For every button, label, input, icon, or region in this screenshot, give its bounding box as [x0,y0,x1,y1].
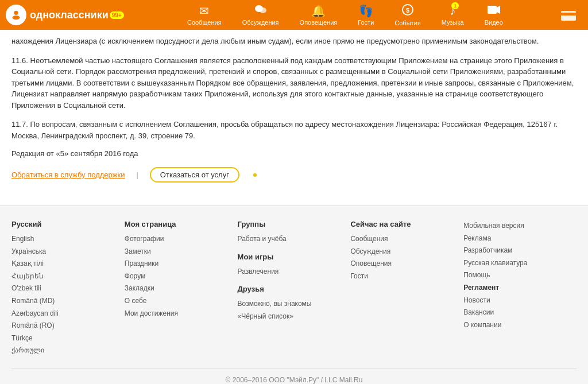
now-guests[interactable]: Гости [350,270,463,283]
discussions-icon [254,5,267,18]
music-label: Музыка [442,19,464,26]
info-keyboard[interactable]: Русская клавиатура [463,257,577,270]
svg-rect-6 [488,6,497,14]
svg-text:$: $ [406,7,409,14]
paragraph-intro: нахождения Лицензиара (с исключением под… [11,36,577,47]
dot-marker [253,173,257,177]
footer-groups-title: Группы [238,220,351,228]
lang-romanian-ro[interactable]: Română (RO) [11,320,125,332]
nav-item-guests[interactable]: 👣 Гости [347,2,384,28]
mypage-about[interactable]: О себе [125,295,238,308]
mypage-photos[interactable]: Фотографии [125,233,238,246]
footer-friends-title: Друзья [238,285,351,293]
top-navigation: одноклассники 99+ ✉ Сообщения Обсуждения… [0,0,588,30]
edition-line: Редакция от «5» сентября 2016 года [11,149,577,158]
guests-icon: 👣 [359,4,373,18]
unsubscribe-button[interactable]: Отказаться от услуг [150,167,239,183]
footer-now-title: Сейчас на сайте [350,220,463,228]
music-badge: 1 [451,2,459,9]
nav-item-discussions[interactable]: Обсуждения [232,2,289,28]
lang-english[interactable]: English [11,233,125,246]
footer-lang-title: Русский [11,220,125,228]
svg-rect-9 [561,13,576,15]
nav-item-music[interactable]: ♪ 1 Музыка [431,2,474,28]
logo-badge: 99+ [110,11,124,19]
footer-copyright: © 2006–2016 ООО "Мэйл.Ру" / LLC Mail.Ru [11,369,577,384]
mypage-forum[interactable]: Форум [125,270,238,283]
footer-col-info: Мобильная версия Реклама Разработчикам Р… [463,220,577,357]
svg-marker-7 [497,6,500,14]
lang-armenian[interactable]: Հայերեն [11,270,125,283]
notifications-icon: 🔔 [311,4,326,18]
bottom-links: Обратиться в службу поддержки | Отказать… [11,167,577,183]
nav-item-notifications[interactable]: 🔔 Оповещения [289,2,348,28]
now-discussions[interactable]: Обсуждения [350,246,463,258]
svg-point-1 [13,15,20,20]
mypage-achievements[interactable]: Мои достижения [125,308,238,320]
paragraph-11-6: 11.6. Неотъемлемой частью настоящего Сог… [11,55,577,111]
info-news[interactable]: Новости [463,294,577,307]
footer: Русский English Українська Қазақ тілі Հա… [0,205,588,384]
lang-kazakh[interactable]: Қазақ тілі [11,258,125,270]
nav-right [555,6,582,24]
video-icon [487,5,501,18]
friends-maybe-know[interactable]: Возможно, вы знакомы [238,298,351,311]
lang-romanian-md[interactable]: Română (MD) [11,295,125,308]
logo-text: одноклассники [30,9,109,21]
lang-uzbek[interactable]: O'zbek tili [11,282,125,295]
nav-item-messages[interactable]: ✉ Сообщения [177,2,232,28]
nav-item-events[interactable]: $ События [384,2,431,29]
logo-area[interactable]: одноклассники 99+ [6,5,124,25]
mypage-bookmarks[interactable]: Закладки [125,282,238,295]
logo-icon [6,5,26,25]
now-notifications[interactable]: Оповещения [350,258,463,270]
now-messages[interactable]: Сообщения [350,233,463,246]
lang-azerbaijani[interactable]: Azərbaycan dili [11,308,125,320]
mypage-notes[interactable]: Заметки [125,246,238,258]
nav-item-video[interactable]: Видео [474,2,513,28]
svg-point-0 [14,11,18,15]
events-label: События [394,20,420,26]
footer-mypage-title: Моя страница [125,220,238,228]
lang-georgian[interactable]: ქართული [11,344,125,357]
discussions-label: Обсуждения [242,19,279,26]
info-vacancies[interactable]: Вакансии [463,307,577,319]
games-entertainment[interactable]: Развлечения [238,266,351,278]
info-ads[interactable]: Реклама [463,232,577,245]
paragraph-11-7: 11.7. По вопросам, связанным с исполнени… [11,119,577,141]
footer-col-now: Сейчас на сайте Сообщения Обсуждения Опо… [350,220,463,357]
nav-items: ✉ Сообщения Обсуждения 🔔 Оповещения 👣 Го… [136,2,555,29]
copyright-text: © 2006–2016 ООО "Мэйл.Ру" / LLC Mail.Ru [226,376,363,384]
mypage-holidays[interactable]: Праздники [125,258,238,270]
music-icon: ♪ 1 [450,5,455,18]
info-help[interactable]: Помощь [463,269,577,282]
lang-ukrainian[interactable]: Українська [11,246,125,258]
main-content: нахождения Лицензиара (с исключением под… [0,30,588,205]
wallet-icon[interactable] [555,6,582,24]
svg-rect-8 [561,11,576,21]
guests-label: Гости [358,19,374,26]
info-mobile[interactable]: Мобильная версия [463,220,577,232]
support-link[interactable]: Обратиться в службу поддержки [11,170,125,179]
footer-col-mypage: Моя страница Фотографии Заметки Праздник… [125,220,238,357]
info-company[interactable]: О компании [463,319,577,332]
svg-point-3 [260,7,266,13]
friends-blacklist[interactable]: «Чёрный список» [238,311,351,323]
notifications-label: Оповещения [300,19,338,26]
groups-work-study[interactable]: Работа и учёба [238,233,351,246]
footer-games-title: Мои игры [238,253,351,261]
footer-col-groups: Группы Работа и учёба Мои игры Развлечен… [238,220,351,357]
messages-icon: ✉ [199,4,209,18]
info-rules[interactable]: Регламент [463,282,577,294]
info-developers[interactable]: Разработчикам [463,245,577,257]
messages-label: Сообщения [187,19,222,26]
events-icon: $ [401,4,414,18]
lang-turkish[interactable]: Türkçe [11,332,125,345]
video-label: Видео [485,19,503,26]
footer-columns: Русский English Українська Қазақ тілі Հա… [11,220,577,357]
footer-col-languages: Русский English Українська Қазақ тілі Հա… [11,220,125,357]
